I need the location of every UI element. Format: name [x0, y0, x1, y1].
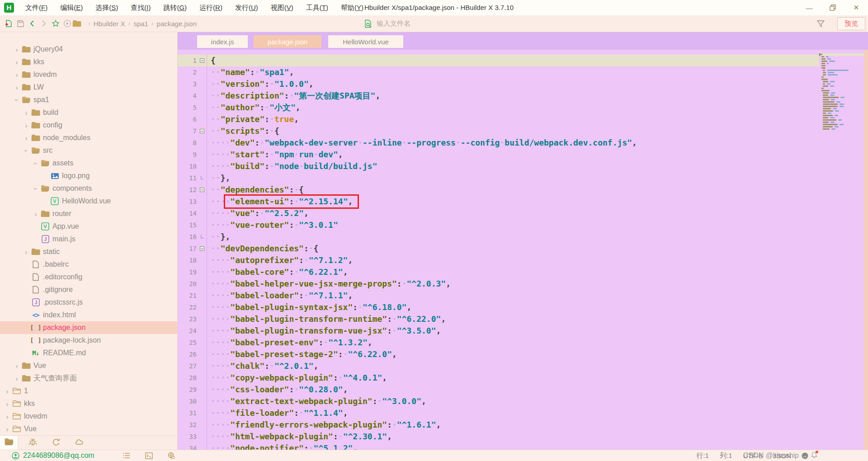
code-line-27[interactable]: 27····"chalk":·"^2.0.1", [178, 360, 819, 372]
cursor-row[interactable]: 行:1 [696, 452, 709, 460]
tree-item-assets[interactable]: ›assets [0, 157, 177, 169]
close-button[interactable]: ✕ [844, 0, 868, 15]
chevron-right-icon[interactable]: › [14, 71, 20, 79]
code-line-25[interactable]: 25····"babel-preset-env":·"^1.3.2", [178, 337, 819, 348]
chevron-right-icon[interactable]: › [14, 84, 20, 91]
tree-item-spa1[interactable]: ›spa1 [0, 94, 177, 106]
code-line-16[interactable]: 16··}, [178, 231, 819, 243]
web-sync-icon[interactable] [164, 452, 179, 459]
menu-v[interactable]: 视图(V) [264, 0, 300, 15]
code-line-33[interactable]: 33····"html-webpack-plugin":·"^2.30.1", [178, 431, 819, 442]
tree-item-static[interactable]: ›static [0, 245, 177, 258]
favorite-button[interactable] [50, 18, 61, 29]
sidebar-view-debug[interactable] [24, 436, 42, 450]
chevron-down-icon[interactable]: › [23, 147, 30, 154]
tree-item-src[interactable]: ›src [0, 144, 177, 157]
chevron-down-icon[interactable]: › [13, 97, 21, 103]
code-line-31[interactable]: 31····"file-loader":·"^1.1.4", [178, 407, 819, 419]
chevron-right-icon[interactable]: › [33, 210, 39, 218]
fold-toggle-icon[interactable]: − [200, 129, 204, 133]
tree-item-.gitignore[interactable]: .gitignore [0, 283, 177, 296]
menu-g[interactable]: 跳转(G) [157, 0, 193, 15]
tree-item-kks[interactable]: ›kks [0, 397, 177, 410]
tree-item-.babelrc[interactable]: .babelrc [0, 258, 177, 271]
code-line-28[interactable]: 28····"copy-webpack-plugin":·"^4.0.1", [178, 372, 819, 384]
code-line-4[interactable]: 4··"description":·"第一次创建SPA项目", [178, 90, 819, 102]
menu-i[interactable]: 查找(I) [124, 0, 157, 15]
cursor-col[interactable]: 列:1 [720, 452, 732, 460]
menu-r[interactable]: 运行(R) [193, 0, 229, 15]
code-line-1[interactable]: 1−{ [178, 55, 819, 66]
chevron-right-icon[interactable]: › [4, 387, 10, 395]
code-line-22[interactable]: 22····"babel-plugin-syntax-jsx":·"^6.18.… [178, 301, 819, 313]
code-line-34[interactable]: 34····"node-notifier":·"^5.1.2", [178, 442, 819, 450]
chevron-right-icon[interactable]: › [23, 122, 29, 129]
tree-item-index.html[interactable]: <>index.html [0, 309, 177, 321]
tree-item-components[interactable]: ›components [0, 182, 177, 195]
breadcrumb-root[interactable]: Hbuilder X [94, 20, 125, 28]
tree-item-package-lock.json[interactable]: [ ]package-lock.json [0, 334, 177, 347]
menu-t[interactable]: 工具(T) [300, 0, 335, 15]
code-line-11[interactable]: 11··}, [178, 172, 819, 184]
save-button[interactable] [14, 18, 26, 29]
chevron-right-icon[interactable]: › [4, 413, 10, 420]
code-line-15[interactable]: 15····"vue-router":·"^3.0.1" [178, 219, 819, 231]
terminal-icon[interactable] [141, 452, 156, 459]
tree-item-HelloWorld.vue[interactable]: VHelloWorld.vue [0, 195, 177, 207]
chevron-down-icon[interactable]: › [32, 185, 40, 192]
tree-item-Vue[interactable]: ›Vue [0, 423, 177, 435]
tree-item-README.md[interactable]: M↓README.md [0, 347, 177, 359]
fold-toggle-icon[interactable]: − [200, 58, 204, 63]
code-line-18[interactable]: 18····"autoprefixer":·"^7.1.2", [178, 254, 819, 266]
code-line-5[interactable]: 5··"author":·"小文", [178, 102, 819, 113]
tree-item-天气查询界面[interactable]: ›天气查询界面 [0, 372, 177, 385]
code-line-21[interactable]: 21····"babel-loader":·"^7.1.1", [178, 290, 819, 301]
tree-item-node_modules[interactable]: ›node_modules [0, 132, 177, 144]
filter-button[interactable] [816, 19, 825, 30]
code-line-8[interactable]: 8····"dev":·"webpack-dev-server·--inline… [178, 137, 819, 149]
tree-item-logo.png[interactable]: logo.png [0, 169, 177, 182]
new-file-button[interactable] [3, 18, 14, 29]
code-line-2[interactable]: 2··"name":·"spa1", [178, 66, 819, 78]
chevron-down-icon[interactable]: › [32, 160, 40, 166]
tree-item-1[interactable]: ›1 [0, 385, 177, 397]
code-line-9[interactable]: 9····"start":·"npm·run·dev", [178, 149, 819, 160]
code-line-26[interactable]: 26····"babel-preset-stage-2":·"^6.22.0", [178, 348, 819, 360]
code-line-30[interactable]: 30····"extract-text-webpack-plugin":·"^3… [178, 395, 819, 407]
menu-s[interactable]: 选择(S) [89, 0, 124, 15]
code-line-19[interactable]: 19····"babel-core":·"^6.22.1", [178, 266, 819, 278]
menu-f[interactable]: 文件(F) [19, 0, 54, 15]
tree-item-lovedm[interactable]: ›lovedm [0, 410, 177, 423]
chevron-right-icon[interactable]: › [14, 375, 20, 382]
tree-item-router[interactable]: ›router [0, 207, 177, 220]
chevron-right-icon[interactable]: › [4, 400, 10, 408]
tree-item-.postcssrc.js[interactable]: J.postcssrc.js [0, 296, 177, 309]
tree-item-main.js[interactable]: Jmain.js [0, 233, 177, 245]
chevron-right-icon[interactable]: › [23, 134, 29, 142]
code-line-17[interactable]: 17−··"devDependencies":·{ [178, 243, 819, 254]
code-line-10[interactable]: 10····"build":·"node·build/build.js" [178, 160, 819, 172]
tree-item-build[interactable]: ›build [0, 106, 177, 119]
menu-u[interactable]: 发行(U) [229, 0, 264, 15]
code-line-23[interactable]: 23····"babel-plugin-transform-runtime":·… [178, 313, 819, 325]
run-button[interactable] [61, 18, 73, 29]
account-info[interactable]: 2244689086@qq.com [12, 450, 94, 461]
code-line-29[interactable]: 29····"css-loader":·"^0.28.0", [178, 384, 819, 395]
minimize-button[interactable]: — [797, 0, 821, 15]
code-line-20[interactable]: 20····"babel-helper-vue-jsx-merge-props"… [178, 278, 819, 290]
chevron-right-icon[interactable]: › [4, 425, 10, 433]
tree-item-Vue[interactable]: ›Vue [0, 359, 177, 372]
chevron-right-icon[interactable]: › [14, 362, 20, 370]
breadcrumb-project[interactable]: spa1 [133, 20, 148, 28]
fold-toggle-icon[interactable]: − [200, 246, 204, 251]
chevron-right-icon[interactable]: › [23, 248, 29, 256]
editor-scrollbar[interactable] [864, 50, 868, 450]
tab-index.js[interactable]: index.js [197, 35, 248, 48]
code-line-6[interactable]: 6··"private":·true, [178, 113, 819, 125]
chevron-right-icon[interactable]: › [23, 109, 29, 117]
tree-item-package.json[interactable]: [ ]package.json [0, 321, 177, 334]
chevron-right-icon[interactable]: › [14, 46, 20, 53]
minimap[interactable] [820, 53, 864, 130]
tree-item-config[interactable]: ›config [0, 119, 177, 132]
preview-button[interactable]: 预览 [837, 17, 865, 30]
